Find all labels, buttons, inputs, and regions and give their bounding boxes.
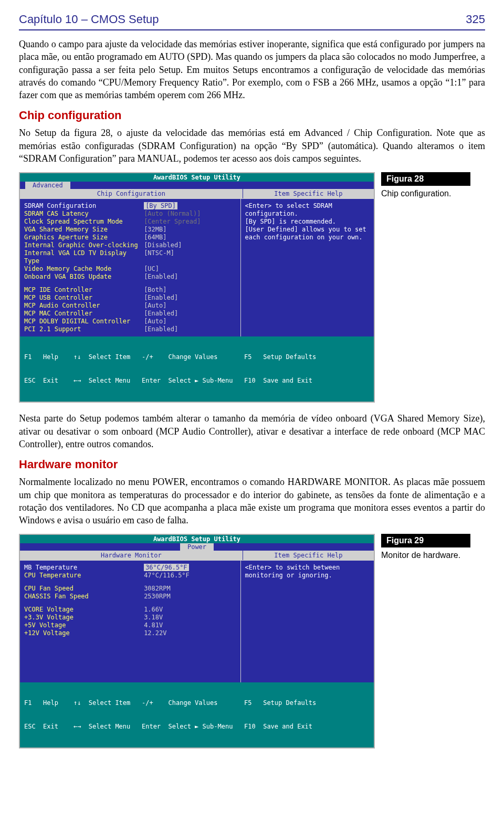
bios-item-value: [NTSC-M] (144, 249, 236, 265)
bios-row: MCP DOLBY DIGITAL Controller[Auto] (24, 318, 236, 325)
bios-item-label: Onboard VGA BIOS Update (24, 273, 144, 281)
bios-item-value: 1.66V (144, 606, 236, 614)
bios28-footer-1: F1 Help ↑↓ Select Item -/+ Change Values… (24, 353, 370, 361)
bios29-section: Hardware Monitor (20, 551, 243, 560)
bios29-footer-2: ESC Exit ←→ Select Menu Enter Select ► S… (24, 723, 370, 731)
bios-item-label: MCP DOLBY DIGITAL Controller (24, 318, 144, 325)
figure-29-caption: Monitor de hardware. (381, 551, 470, 560)
bios-row: MB Temperature36°C/96.5°F (24, 564, 236, 572)
chapter-title: Capítulo 10 – CMOS Setup (19, 13, 159, 26)
bios-item-label: +12V Voltage (24, 629, 144, 637)
bios-row: Graphics Aperture Size[64MB] (24, 234, 236, 241)
bios29-title: AwardBIOS Setup Utility (20, 535, 374, 543)
figure-28-caption: Chip configuration. (381, 189, 470, 198)
bios-item-value: [Both] (144, 286, 236, 294)
bios-item-value: 3.18V (144, 614, 236, 621)
bios-item-value: [Enabled] (144, 273, 236, 281)
bios29-help-text: <Enter> to switch between monitoring or … (245, 564, 370, 579)
bios-item-label: CHASSIS Fan Speed (24, 593, 144, 600)
bios-row: MCP MAC Controller[Enabled] (24, 310, 236, 318)
bios-item-label: VGA Shared Memory Size (24, 226, 144, 234)
figure-28-badge: Figura 28 (381, 172, 470, 186)
bios-item-label: MCP MAC Controller (24, 310, 144, 318)
bios-row: PCI 2.1 Support[Enabled] (24, 325, 236, 333)
bios-item-label: PCI 2.1 Support (24, 325, 144, 333)
bios-item-value: 4.81V (144, 621, 236, 629)
bios-row: Clock Spread Spectrum Mode[Center Spread… (24, 218, 236, 226)
bios-item-value: [Enabled] (144, 294, 236, 302)
bios-row: +5V Voltage4.81V (24, 621, 236, 629)
paragraph-1: Quando o campo para ajuste da velocidade… (19, 38, 485, 101)
figure-28: AwardBIOS Setup Utility Advanced Chip Co… (19, 172, 485, 403)
figure-29: AwardBIOS Setup Utility Power Hardware M… (19, 534, 485, 749)
bios28-items: SDRAM Configuration[By SPD]SDRAM CAS Lat… (20, 198, 241, 336)
bios-row: CPU Temperature47°C/116.5°F (24, 572, 236, 579)
bios28-title: AwardBIOS Setup Utility (20, 173, 374, 182)
bios28-section: Chip Configuration (20, 189, 243, 198)
bios-row: CHASSIS Fan Speed2530RPM (24, 593, 236, 600)
bios-row: +3.3V Voltage3.18V (24, 614, 236, 621)
bios-item-value: 3082RPM (144, 585, 236, 593)
bios-item-value: [Auto] (144, 302, 236, 310)
bios-item-label: MB Temperature (24, 564, 144, 572)
bios-row: Internal VGA LCD TV Display Type[NTSC-M] (24, 249, 236, 265)
bios-item-value: [32MB] (144, 226, 236, 234)
bios-item-value: [Center Spread] (144, 218, 236, 226)
bios-item-label: Internal VGA LCD TV Display Type (24, 249, 144, 265)
bios-item-label: CPU Temperature (24, 572, 144, 579)
bios-row: SDRAM CAS Latency[Auto (Normal)] (24, 210, 236, 218)
bios-row: VGA Shared Memory Size[32MB] (24, 226, 236, 234)
bios-row: Internal Graphic Over-clocking[Disabled] (24, 241, 236, 249)
bios-row: Video Memory Cache Mode[UC] (24, 265, 236, 273)
bios-item-label: MCP Audio Controller (24, 302, 144, 310)
bios-row: SDRAM Configuration[By SPD] (24, 202, 236, 210)
bios28-help-title: Item Specific Help (243, 189, 374, 198)
bios-item-value: [By SPD] (144, 202, 236, 210)
bios-item-value: 47°C/116.5°F (144, 572, 236, 579)
bios29-help-title: Item Specific Help (243, 551, 374, 560)
bios-item-value: 2530RPM (144, 593, 236, 600)
bios-item-value: 36°C/96.5°F (144, 564, 236, 572)
bios-row: +12V Voltage12.22V (24, 629, 236, 637)
paragraph-2: No Setup da figura 28, o ajuste da veloc… (19, 127, 485, 165)
bios29-tabs: Power (20, 543, 374, 551)
bios-row: MCP IDE Controller[Both] (24, 286, 236, 294)
bios-item-value: [Auto] (144, 318, 236, 325)
bios-item-label: SDRAM Configuration (24, 202, 144, 210)
bios29-footer-1: F1 Help ↑↓ Select Item -/+ Change Values… (24, 699, 370, 707)
bios-item-label: VCORE Voltage (24, 606, 144, 614)
bios29-help: <Enter> to switch between monitoring or … (241, 560, 374, 682)
bios-row: VCORE Voltage1.66V (24, 606, 236, 614)
bios29-items: MB Temperature36°C/96.5°FCPU Temperature… (20, 560, 241, 682)
bios-item-label: Video Memory Cache Mode (24, 265, 144, 273)
bios-item-label: SDRAM CAS Latency (24, 210, 144, 218)
bios28-footer: F1 Help ↑↓ Select Item -/+ Change Values… (20, 336, 374, 402)
page-number: 325 (466, 13, 485, 26)
bios-item-label: Graphics Aperture Size (24, 234, 144, 241)
bios-item-value: [Enabled] (144, 325, 236, 333)
bios-item-label: +3.3V Voltage (24, 614, 144, 621)
bios-item-label: MCP IDE Controller (24, 286, 144, 294)
bios-screenshot-29: AwardBIOS Setup Utility Power Hardware M… (19, 534, 375, 749)
bios-item-label: Internal Graphic Over-clocking (24, 241, 144, 249)
bios-item-label: Clock Spread Spectrum Mode (24, 218, 144, 226)
bios-row: Onboard VGA BIOS Update[Enabled] (24, 273, 236, 281)
paragraph-3: Nesta parte do Setup podemos também alte… (19, 412, 485, 450)
bios-item-label: CPU Fan Speed (24, 585, 144, 593)
bios-row: MCP USB Controller[Enabled] (24, 294, 236, 302)
bios29-footer: F1 Help ↑↓ Select Item -/+ Change Values… (20, 682, 374, 747)
heading-chip-configuration: Chip configuration (19, 109, 485, 122)
bios-row: MCP Audio Controller[Auto] (24, 302, 236, 310)
bios-item-label: MCP USB Controller (24, 294, 144, 302)
bios29-active-tab: Power (180, 543, 214, 551)
paragraph-4: Normalmente localizado no menu POWER, en… (19, 476, 485, 526)
bios-screenshot-28: AwardBIOS Setup Utility Advanced Chip Co… (19, 172, 375, 403)
bios-item-value: [Enabled] (144, 310, 236, 318)
bios-item-value: [Auto (Normal)] (144, 210, 236, 218)
bios28-footer-2: ESC Exit ←→ Select Menu Enter Select ► S… (24, 377, 370, 385)
figure-29-badge: Figura 29 (381, 534, 470, 547)
header-rule (19, 29, 485, 30)
bios-item-value: [Disabled] (144, 241, 236, 249)
bios-item-label: +5V Voltage (24, 621, 144, 629)
bios-item-value: [UC] (144, 265, 236, 273)
